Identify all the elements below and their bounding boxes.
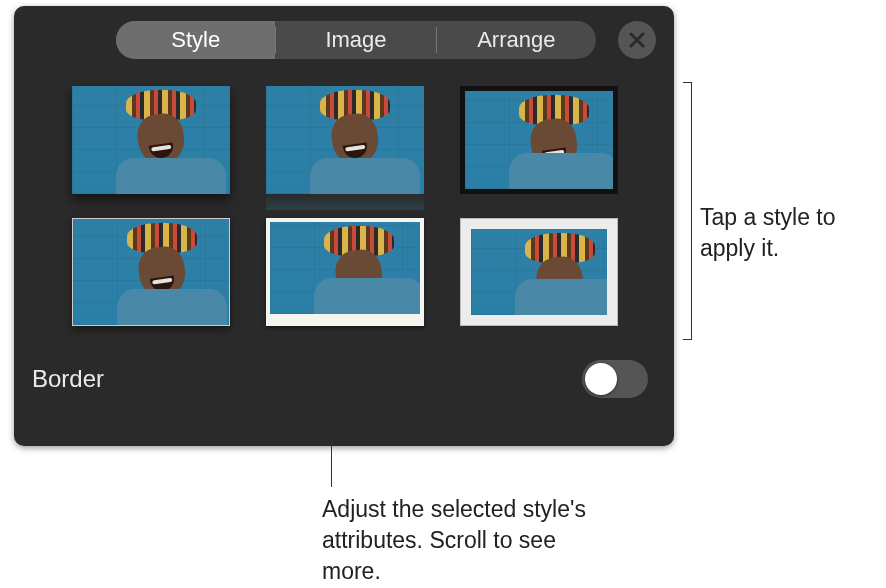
callout-bracket [682, 82, 692, 340]
thumbnail-image [266, 86, 424, 194]
tab-arrange[interactable]: Arrange [437, 21, 596, 59]
border-label: Border [32, 365, 104, 393]
callout-leader [331, 437, 332, 487]
toggle-knob [585, 363, 617, 395]
callout-bottom: Adjust the selected style's attributes. … [322, 494, 592, 587]
style-grid [72, 86, 656, 326]
thumbnail-image [73, 219, 229, 325]
thumbnail-image [270, 222, 420, 314]
style-thumbnail[interactable] [72, 86, 230, 194]
border-row: Border [32, 360, 656, 398]
thumbnail-image [471, 229, 607, 315]
tab-image[interactable]: Image [276, 21, 435, 59]
close-icon [628, 31, 646, 49]
style-thumbnail[interactable] [266, 218, 424, 326]
style-thumbnail[interactable] [460, 218, 618, 326]
panel-header: Style Image Arrange [32, 16, 656, 64]
close-button[interactable] [618, 21, 656, 59]
style-thumbnail[interactable] [266, 86, 424, 194]
tab-segmented-control: Style Image Arrange [116, 21, 596, 59]
thumbnail-image [72, 86, 230, 194]
thumbnail-image [465, 91, 613, 189]
border-toggle[interactable] [582, 360, 648, 398]
style-thumbnail[interactable] [460, 86, 618, 194]
style-thumbnail[interactable] [72, 218, 230, 326]
format-panel: Style Image Arrange [14, 6, 674, 446]
tab-style[interactable]: Style [116, 21, 275, 59]
callout-right: Tap a style to apply it. [700, 202, 870, 264]
